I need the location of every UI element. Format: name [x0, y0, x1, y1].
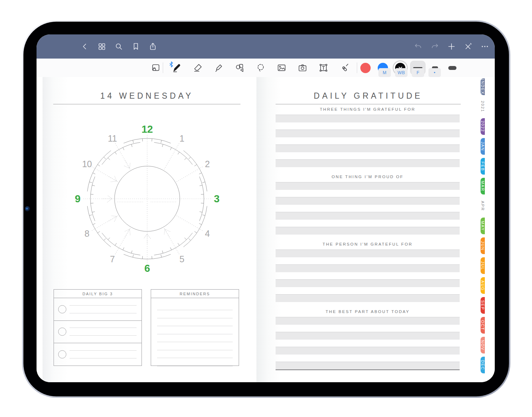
tab-2021[interactable]: 2021 [481, 98, 485, 115]
big3-lines [70, 328, 137, 336]
tab-nov[interactable]: NOV [481, 337, 485, 353]
navbar-right-group [414, 34, 489, 59]
tools-group [166, 59, 355, 77]
reminder-line [157, 318, 233, 318]
reminder-line [157, 350, 233, 350]
daily-big3-box: DAILY BIG 3 [54, 289, 142, 366]
share-icon [149, 42, 157, 51]
tab-feb[interactable]: FEB [481, 158, 485, 175]
pen-tool-button[interactable] [166, 59, 187, 77]
big3-checkbox[interactable] [58, 350, 66, 358]
tab-jul[interactable]: JUL [481, 257, 485, 274]
clock-hour-6: 6 [144, 263, 150, 274]
back-button[interactable] [80, 42, 89, 51]
tab-sep[interactable]: SEP [481, 297, 485, 314]
clock-hour-2: 2 [205, 159, 210, 169]
more-button[interactable] [480, 42, 489, 51]
front-camera [25, 206, 30, 212]
gratitude-title: DAILY GRATITUDE [276, 91, 461, 104]
quick-link-F[interactable]: F [412, 68, 424, 77]
writing-line [276, 294, 460, 302]
daily-page: 14 WEDNESDAY 123456789101112 DAILY BIG 3… [43, 77, 256, 382]
tab-apr[interactable]: APR [481, 198, 485, 214]
tab-jan[interactable]: JAN [481, 138, 485, 155]
clock-hour-9: 9 [75, 193, 81, 204]
laser-pointer-icon [339, 63, 349, 73]
quick-link-•[interactable]: • [428, 68, 441, 77]
bookmark-icon [132, 42, 140, 51]
camera-tool-button[interactable] [292, 59, 313, 77]
add-page-button[interactable] [447, 42, 456, 51]
image-tool-button[interactable] [271, 59, 292, 77]
pen-mode-toggle-button[interactable] [464, 42, 472, 51]
shapes-icon [235, 63, 245, 73]
red-color-dot [360, 63, 371, 73]
big3-lines [70, 305, 137, 313]
big3-row [54, 321, 142, 344]
redo-icon [431, 42, 439, 51]
quick-link-WB[interactable]: WB [395, 68, 408, 77]
bookmark-button[interactable] [131, 42, 140, 51]
undo-button[interactable] [414, 42, 422, 51]
reminder-line [157, 342, 233, 342]
clock-hour-3: 3 [214, 193, 220, 204]
daily-big3-rows [54, 298, 142, 366]
navbar [37, 34, 495, 59]
search-icon [115, 42, 123, 51]
tab-aug[interactable]: AUG [481, 277, 485, 294]
lasso-tool-button[interactable] [250, 59, 271, 77]
pages-overview-button[interactable] [97, 42, 106, 51]
reminders-box: REMINDERS [151, 289, 239, 366]
reminder-line [157, 358, 233, 358]
clock-hour-5: 5 [179, 254, 184, 264]
reminder-line [157, 326, 233, 326]
writing-line [276, 144, 460, 152]
laser-pointer-tool-button[interactable] [334, 59, 355, 77]
reminders-lines [151, 298, 239, 366]
search-button[interactable] [114, 42, 123, 51]
writing-line [276, 347, 460, 355]
tab-dec[interactable]: DEC [481, 357, 485, 373]
tab-jun[interactable]: JUN [481, 237, 485, 254]
reminder-line [157, 366, 233, 366]
big3-checkbox[interactable] [58, 305, 66, 313]
shapes-tool-button[interactable] [229, 59, 250, 77]
day-title: 14 WEDNESDAY [53, 91, 240, 104]
clock-hour-1: 1 [179, 133, 184, 143]
redo-button[interactable] [430, 42, 439, 51]
palm-rejection-button[interactable] [149, 59, 162, 77]
color-red-button[interactable] [357, 59, 374, 77]
share-button[interactable] [148, 42, 157, 51]
eraser-tool-button[interactable] [187, 59, 208, 77]
eraser-icon [193, 63, 203, 73]
section-title: THE BEST PART ABOUT TODAY [276, 309, 460, 314]
stroke-thick-button[interactable] [444, 59, 461, 77]
clock-hour-11: 11 [108, 133, 117, 143]
clock-hour-7: 7 [110, 254, 115, 264]
plus-icon [447, 42, 456, 51]
writing-line [276, 332, 460, 340]
palm-rejection-icon [151, 63, 161, 73]
chevron-left-icon [81, 43, 89, 50]
gratitude-section-1: ONE THING I'M PROUD OF [276, 174, 460, 235]
screenshot: 14 WEDNESDAY 123456789101112 DAILY BIG 3… [0, 0, 532, 417]
tab-oct[interactable]: OCT [481, 317, 485, 334]
tab-2022[interactable]: 2022 [481, 118, 485, 135]
text-tool-button[interactable] [313, 59, 334, 77]
big3-checkbox[interactable] [58, 328, 66, 336]
tab-index[interactable]: INDEX [481, 78, 485, 95]
lasso-icon [256, 63, 266, 73]
writing-line [276, 197, 460, 205]
reminders-title: REMINDERS [151, 290, 239, 298]
month-tabs: INDEX20212022JANFEBMARAPRMAYJUNJULAUGSEP… [481, 78, 494, 377]
pen-x-icon [464, 42, 472, 51]
clock-hour-10: 10 [82, 159, 92, 169]
highlighter-tool-button[interactable] [208, 59, 229, 77]
quick-link-M[interactable]: M [378, 68, 391, 77]
tab-mar[interactable]: MAR [481, 178, 485, 194]
time-wheel-svg: 123456789101112 [66, 117, 229, 280]
tab-may[interactable]: MAY [481, 218, 485, 234]
writing-line [276, 317, 460, 325]
reminder-line [157, 310, 233, 310]
text-icon [318, 63, 328, 73]
